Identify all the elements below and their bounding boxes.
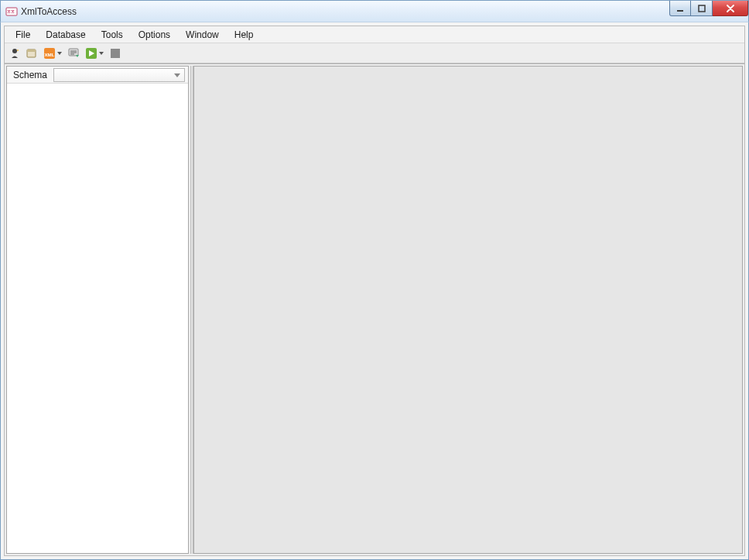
xml-import-icon: XML (43, 47, 56, 60)
workarea: Schema (5, 63, 744, 555)
toolbar-run-job-button[interactable] (84, 46, 105, 61)
menu-options[interactable]: Options (131, 28, 178, 42)
main-document-area (193, 66, 743, 554)
svg-text:XML: XML (44, 52, 54, 57)
titlebar: XmlToAccess (0, 0, 749, 22)
toolbar: XML (5, 43, 744, 63)
svg-point-4 (17, 50, 19, 51)
svg-rect-6 (27, 50, 36, 52)
schema-label: Schema (10, 70, 50, 80)
window-title: XmlToAccess (21, 6, 77, 17)
maximize-button[interactable] (691, 1, 713, 16)
svg-point-3 (12, 49, 17, 53)
run-job-icon (85, 47, 97, 60)
schema-tree[interactable] (7, 84, 188, 553)
toolbar-export-query-button[interactable] (67, 46, 80, 61)
toolbar-open-session-button[interactable] (25, 46, 39, 61)
window-controls (669, 1, 748, 16)
stop-icon (109, 47, 121, 60)
wizard-icon (9, 47, 21, 60)
client-area: File Database Tools Options Window Help (4, 26, 745, 556)
open-session-icon (26, 47, 38, 60)
close-icon (726, 5, 735, 12)
toolbar-wizard-button[interactable] (8, 46, 22, 61)
toolbar-xml-import-button[interactable]: XML (42, 46, 63, 61)
menu-file[interactable]: File (8, 28, 38, 42)
svg-rect-0 (6, 8, 17, 15)
export-query-icon (67, 47, 80, 60)
schema-row: Schema (7, 67, 188, 84)
menu-tools[interactable]: Tools (94, 28, 131, 42)
close-button[interactable] (713, 1, 748, 16)
minimize-button[interactable] (669, 1, 691, 16)
svg-rect-1 (677, 10, 683, 12)
minimize-icon (676, 5, 684, 12)
schema-sidebar: Schema (6, 66, 189, 554)
svg-rect-2 (699, 5, 705, 12)
menu-window[interactable]: Window (178, 28, 227, 42)
menu-help[interactable]: Help (227, 28, 262, 42)
menubar: File Database Tools Options Window Help (5, 26, 744, 43)
maximize-icon (698, 5, 706, 12)
svg-rect-11 (111, 49, 120, 58)
toolbar-stop-button[interactable] (108, 46, 122, 61)
menu-database[interactable]: Database (38, 28, 93, 42)
window-frame: File Database Tools Options Window Help (0, 22, 749, 560)
schema-combobox[interactable] (53, 68, 185, 82)
app-icon (5, 5, 18, 18)
